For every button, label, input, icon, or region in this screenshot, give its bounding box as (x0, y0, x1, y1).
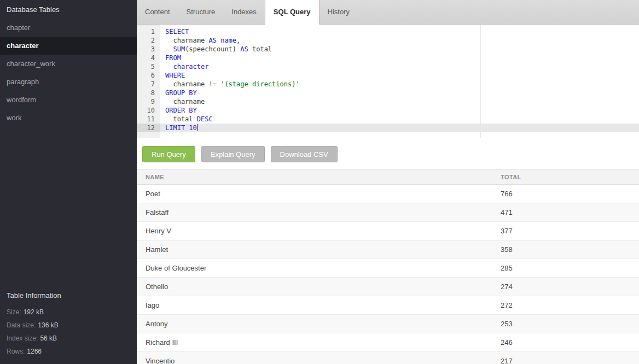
code-line: charname (160, 97, 639, 106)
tabbar-fill (358, 0, 639, 25)
sidebar-item-chapter[interactable]: chapter (0, 19, 137, 37)
editor-line-8: 8GROUP BY (137, 89, 639, 97)
cell-name: Antony (137, 315, 492, 333)
code-line: charname != '(stage directions)' (160, 80, 639, 89)
info-value: 1266 (27, 348, 42, 355)
code-line: SELECT (160, 27, 639, 36)
cell-total: 272 (492, 296, 639, 314)
column-header-name[interactable]: NAME (137, 169, 492, 184)
editor-line-3: 3 SUM(speechcount) AS total (137, 45, 639, 54)
sidebar-title: Database Tables (0, 0, 137, 19)
line-number: 11 (137, 115, 160, 124)
info-label: Rows: (7, 348, 25, 355)
cell-name: Vincentio (137, 352, 492, 364)
sidebar: Database Tables chaptercharactercharacte… (0, 0, 137, 364)
info-label: Index size: (7, 334, 38, 342)
editor-line-5: 5 character (137, 62, 639, 71)
tab-indexes[interactable]: Indexes (223, 0, 265, 25)
app: Database Tables chaptercharactercharacte… (0, 0, 639, 364)
table-row[interactable]: Duke of Gloucester285 (137, 259, 639, 278)
info-value: 192 kB (24, 308, 44, 316)
line-number: 10 (137, 106, 160, 115)
table-info-stats: Size:192 kBData size:136 kBIndex size:56… (7, 308, 130, 355)
cell-name: Hamlet (137, 240, 492, 259)
table-info-row: Index size:56 kB (7, 334, 130, 342)
table-row[interactable]: Vincentio217 (137, 352, 639, 364)
editor-line-9: 9 charname (137, 97, 639, 106)
line-number: 3 (137, 45, 160, 54)
table-info-row: Rows:1266 (7, 348, 130, 355)
sidebar-item-character[interactable]: character (0, 37, 137, 55)
cell-total: 253 (492, 315, 639, 333)
cell-name: Iago (137, 296, 492, 314)
code-line: WHERE (160, 71, 639, 80)
line-number: 1 (137, 27, 160, 36)
explain-query-button[interactable]: Explain Query (201, 146, 265, 162)
results-table: NAMETOTAL Poet766Falstaff471Henry V377Ha… (137, 169, 639, 364)
column-header-total[interactable]: TOTAL (492, 169, 639, 184)
table-info-row: Size:192 kB (7, 308, 130, 316)
table-info-row: Data size:136 kB (7, 321, 130, 329)
code-line: total DESC (160, 115, 639, 124)
table-row[interactable]: Henry V377 (137, 222, 639, 240)
table-row[interactable]: Poet766 (137, 185, 639, 203)
text-cursor (197, 124, 197, 131)
cell-total: 285 (492, 259, 639, 277)
line-number: 6 (137, 71, 160, 80)
code-line: SUM(speechcount) AS total (160, 45, 639, 54)
cell-total: 377 (492, 222, 639, 240)
info-label: Size: (7, 308, 21, 316)
line-number: 8 (137, 89, 160, 97)
editor-line-4: 4FROM (137, 54, 639, 62)
tab-structure[interactable]: Structure (178, 0, 224, 25)
sidebar-item-paragraph[interactable]: paragraph (0, 73, 137, 91)
line-number: 2 (137, 36, 160, 45)
code-line: ORDER BY (160, 106, 639, 115)
cell-name: Duke of Gloucester (137, 259, 492, 277)
results-body: Poet766Falstaff471Henry V377Hamlet358Duk… (137, 185, 639, 364)
table-row[interactable]: Iago272 (137, 296, 639, 315)
editor-line-1: 1SELECT (137, 27, 639, 36)
table-info-title: Table Information (7, 291, 130, 300)
editor-line-11: 11 total DESC (137, 115, 639, 124)
line-number: 7 (137, 80, 160, 89)
info-label: Data size: (7, 321, 36, 329)
code-line: LIMIT 10 (160, 124, 639, 132)
line-number: 12 (137, 124, 160, 132)
cell-total: 471 (492, 203, 639, 221)
info-value: 56 kB (40, 334, 57, 342)
sql-editor[interactable]: 1SELECT2 charname AS name,3 SUM(speechco… (137, 25, 639, 138)
cell-name: Falstaff (137, 203, 492, 221)
sidebar-item-character_work[interactable]: character_work (0, 55, 137, 73)
editor-line-6: 6WHERE (137, 71, 639, 80)
cell-name: Othello (137, 278, 492, 296)
tab-bar: ContentStructureIndexesSQL QueryHistory (137, 0, 639, 25)
cell-name: Henry V (137, 222, 492, 240)
sidebar-item-wordform[interactable]: wordform (0, 91, 137, 109)
table-row[interactable]: Antony253 (137, 315, 639, 333)
table-list: chaptercharactercharacter_workparagraphw… (0, 19, 137, 127)
line-number: 9 (137, 97, 160, 106)
tab-content[interactable]: Content (137, 0, 178, 25)
cell-total: 217 (492, 352, 639, 364)
table-row[interactable]: Richard III246 (137, 333, 639, 352)
cell-name: Poet (137, 185, 492, 203)
main-panel: ContentStructureIndexesSQL QueryHistory … (137, 0, 639, 364)
table-row[interactable]: Falstaff471 (137, 203, 639, 222)
tab-history[interactable]: History (320, 0, 358, 25)
tab-sql-query[interactable]: SQL Query (265, 0, 320, 25)
download-csv-button[interactable]: Download CSV (271, 146, 338, 162)
run-query-button[interactable]: Run Query (142, 146, 195, 162)
cell-name: Richard III (137, 333, 492, 351)
line-number: 5 (137, 62, 160, 71)
editor-line-12: 12LIMIT 10 (137, 124, 639, 132)
cell-total: 766 (492, 185, 639, 203)
sidebar-item-work[interactable]: work (0, 109, 137, 127)
tabs: ContentStructureIndexesSQL QueryHistory (137, 0, 358, 25)
table-row[interactable]: Othello274 (137, 278, 639, 296)
results-header: NAMETOTAL (137, 169, 639, 185)
editor-line-10: 10ORDER BY (137, 106, 639, 115)
cell-total: 246 (492, 333, 639, 351)
table-row[interactable]: Hamlet358 (137, 240, 639, 259)
info-value: 136 kB (38, 321, 58, 329)
